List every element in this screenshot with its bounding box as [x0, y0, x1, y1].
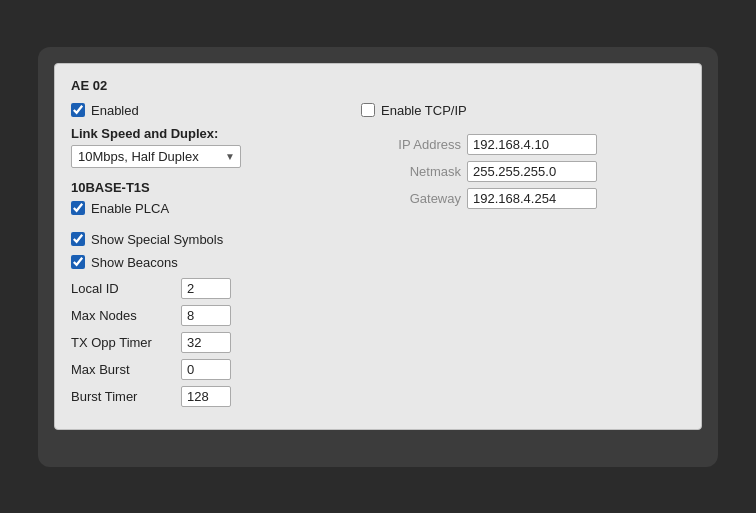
- show-beacons-label[interactable]: Show Beacons: [91, 255, 178, 270]
- netmask-label: Netmask: [361, 164, 461, 179]
- outer-container: AE 02 Enabled Link Speed and Duplex: 10M…: [38, 47, 718, 467]
- right-column: Enable TCP/IP IP Address Netmask Gateway: [341, 103, 685, 413]
- local-id-input[interactable]: [181, 278, 231, 299]
- gateway-label: Gateway: [361, 191, 461, 206]
- show-special-symbols-checkbox[interactable]: [71, 232, 85, 246]
- netmask-row: Netmask: [361, 161, 685, 182]
- show-special-symbols-label[interactable]: Show Special Symbols: [91, 232, 223, 247]
- main-layout: Enabled Link Speed and Duplex: 10Mbps, H…: [71, 103, 685, 413]
- netmask-input[interactable]: [467, 161, 597, 182]
- ip-address-label: IP Address: [361, 137, 461, 152]
- max-burst-input[interactable]: [181, 359, 231, 380]
- link-speed-label: Link Speed and Duplex:: [71, 126, 341, 141]
- panel-title: AE 02: [71, 78, 685, 93]
- burst-timer-label: Burst Timer: [71, 389, 181, 404]
- max-nodes-input[interactable]: [181, 305, 231, 326]
- panel: AE 02 Enabled Link Speed and Duplex: 10M…: [54, 63, 702, 430]
- burst-timer-row: Burst Timer: [71, 386, 341, 407]
- max-burst-label: Max Burst: [71, 362, 181, 377]
- max-nodes-row: Max Nodes: [71, 305, 341, 326]
- max-burst-row: Max Burst: [71, 359, 341, 380]
- link-speed-select-wrapper: 10Mbps, Half Duplex 10Mbps, Full Duplex …: [71, 145, 241, 168]
- enabled-checkbox[interactable]: [71, 103, 85, 117]
- enable-tcp-row: Enable TCP/IP: [361, 103, 685, 118]
- show-beacons-checkbox[interactable]: [71, 255, 85, 269]
- subsection-title: 10BASE-T1S: [71, 180, 341, 195]
- burst-timer-input[interactable]: [181, 386, 231, 407]
- enable-plca-label[interactable]: Enable PLCA: [91, 201, 169, 216]
- ip-address-input[interactable]: [467, 134, 597, 155]
- tx-opp-timer-input[interactable]: [181, 332, 231, 353]
- enabled-label[interactable]: Enabled: [91, 103, 139, 118]
- link-speed-select[interactable]: 10Mbps, Half Duplex 10Mbps, Full Duplex …: [71, 145, 241, 168]
- max-nodes-label: Max Nodes: [71, 308, 181, 323]
- left-column: Enabled Link Speed and Duplex: 10Mbps, H…: [71, 103, 341, 413]
- enabled-row: Enabled: [71, 103, 341, 118]
- gateway-input[interactable]: [467, 188, 597, 209]
- enable-plca-checkbox[interactable]: [71, 201, 85, 215]
- enable-tcp-checkbox[interactable]: [361, 103, 375, 117]
- gateway-row: Gateway: [361, 188, 685, 209]
- tx-opp-timer-row: TX Opp Timer: [71, 332, 341, 353]
- local-id-label: Local ID: [71, 281, 181, 296]
- ip-address-row: IP Address: [361, 134, 685, 155]
- tx-opp-timer-label: TX Opp Timer: [71, 335, 181, 350]
- enable-plca-row: Enable PLCA: [71, 201, 341, 216]
- local-id-row: Local ID: [71, 278, 341, 299]
- show-special-symbols-row: Show Special Symbols: [71, 232, 341, 247]
- show-beacons-row: Show Beacons: [71, 255, 341, 270]
- enable-tcp-label[interactable]: Enable TCP/IP: [381, 103, 467, 118]
